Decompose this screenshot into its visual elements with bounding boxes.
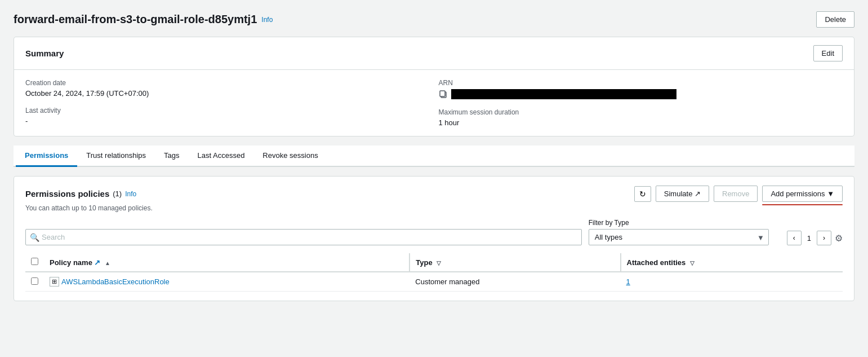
search-icon: 🔍 bbox=[30, 233, 39, 242]
filter-by-type-label: Filter by Type bbox=[589, 219, 780, 227]
last-activity-label: Last activity bbox=[25, 107, 430, 114]
policy-table: Policy name ↗ ▲ Type ▽ Attached entities… bbox=[25, 253, 843, 292]
arn-row bbox=[439, 89, 843, 99]
pagination-number: 1 bbox=[805, 234, 813, 243]
remove-button[interactable]: Remove bbox=[714, 186, 758, 202]
tabs-bar: Permissions Trust relationships Tags Las… bbox=[14, 146, 854, 167]
svg-rect-1 bbox=[440, 91, 445, 96]
page-title: forward-email-from-s3-to-gmail-role-d85y… bbox=[14, 13, 257, 26]
pagination-area: ‹ 1 › ⚙ bbox=[787, 231, 843, 245]
row-type-cell: Customer managed bbox=[409, 272, 620, 292]
policy-name-link[interactable]: AWSLambdaBasicExecutionRole bbox=[61, 277, 170, 286]
copy-icon[interactable] bbox=[439, 90, 448, 99]
row-policy-name-cell: ⊞ AWSLambdaBasicExecutionRole bbox=[44, 272, 409, 292]
add-permissions-button[interactable]: Add permissions ▼ bbox=[762, 186, 843, 202]
add-permissions-label: Add permissions ▼ bbox=[771, 189, 834, 198]
chevron-left-icon: ‹ bbox=[793, 234, 795, 242]
tab-tags[interactable]: Tags bbox=[155, 146, 188, 167]
refresh-button[interactable]: ↻ bbox=[634, 186, 651, 202]
settings-icon-button[interactable]: ⚙ bbox=[835, 233, 843, 244]
last-activity-value: - bbox=[25, 117, 430, 125]
edit-button[interactable]: Edit bbox=[813, 45, 843, 61]
sort-desc-entities-icon: ▽ bbox=[690, 260, 695, 266]
creation-date-value: October 24, 2024, 17:59 (UTC+07:00) bbox=[25, 89, 430, 98]
max-session-value: 1 hour bbox=[439, 118, 843, 127]
sort-desc-type-icon: ▽ bbox=[437, 260, 441, 266]
summary-card: Summary Edit Creation date October 24, 2… bbox=[14, 37, 854, 136]
tab-last-accessed[interactable]: Last Accessed bbox=[189, 146, 254, 167]
expand-icon[interactable]: ⊞ bbox=[50, 277, 59, 287]
creation-date-label: Creation date bbox=[25, 79, 430, 87]
row-checkbox[interactable] bbox=[31, 277, 38, 285]
table-row: ⊞ AWSLambdaBasicExecutionRole Customer m… bbox=[25, 272, 843, 292]
external-link-icon: ↗ bbox=[94, 258, 100, 267]
refresh-icon: ↻ bbox=[639, 189, 646, 199]
page-info-link[interactable]: Info bbox=[261, 16, 273, 24]
th-type[interactable]: Type ▽ bbox=[409, 253, 620, 272]
search-wrapper: 🔍 bbox=[25, 229, 582, 245]
summary-title: Summary bbox=[25, 49, 64, 58]
pagination-next-button[interactable]: › bbox=[817, 231, 831, 245]
search-input[interactable] bbox=[25, 229, 582, 245]
simulate-button[interactable]: Simulate ↗ bbox=[656, 186, 709, 202]
select-all-checkbox[interactable] bbox=[31, 258, 38, 265]
th-type-label: Type bbox=[416, 258, 432, 267]
chevron-right-icon: › bbox=[823, 234, 825, 242]
th-policy-name[interactable]: Policy name ↗ ▲ bbox=[44, 253, 409, 272]
row-checkbox-cell bbox=[25, 272, 44, 292]
policy-type: Customer managed bbox=[415, 277, 479, 286]
tab-permissions[interactable]: Permissions bbox=[16, 146, 77, 167]
attached-entities-link[interactable]: 1 bbox=[626, 277, 630, 286]
filter-type-select[interactable]: All types AWS managed Customer managed I… bbox=[589, 229, 769, 245]
permissions-subtitle: You can attach up to 10 managed policies… bbox=[25, 204, 843, 212]
filter-type-wrapper: All types AWS managed Customer managed I… bbox=[589, 229, 769, 245]
th-select-all bbox=[25, 253, 44, 272]
delete-button[interactable]: Delete bbox=[816, 11, 854, 28]
tab-revoke-sessions[interactable]: Revoke sessions bbox=[253, 146, 327, 167]
th-attached-entities[interactable]: Attached entities ▽ bbox=[621, 253, 843, 272]
row-attached-entities-cell: 1 bbox=[621, 272, 843, 292]
permissions-section: Permissions policies (1) Info ↻ Simulate… bbox=[14, 176, 854, 301]
th-attached-entities-label: Attached entities bbox=[627, 258, 686, 267]
simulate-label: Simulate ↗ bbox=[664, 189, 701, 198]
permissions-count: (1) bbox=[113, 189, 122, 198]
th-policy-name-label: Policy name bbox=[50, 258, 94, 267]
permissions-title: Permissions policies bbox=[25, 189, 109, 199]
sort-asc-icon: ▲ bbox=[105, 260, 110, 266]
add-permissions-underline bbox=[762, 204, 843, 205]
settings-icon: ⚙ bbox=[835, 233, 843, 243]
permissions-info-link[interactable]: Info bbox=[125, 190, 136, 198]
max-session-label: Maximum session duration bbox=[439, 108, 843, 116]
remove-label: Remove bbox=[722, 189, 749, 198]
arn-value bbox=[451, 89, 676, 99]
arn-label: ARN bbox=[439, 79, 843, 87]
pagination-prev-button[interactable]: ‹ bbox=[787, 231, 802, 245]
tab-trust-relationships[interactable]: Trust relationships bbox=[77, 146, 155, 167]
